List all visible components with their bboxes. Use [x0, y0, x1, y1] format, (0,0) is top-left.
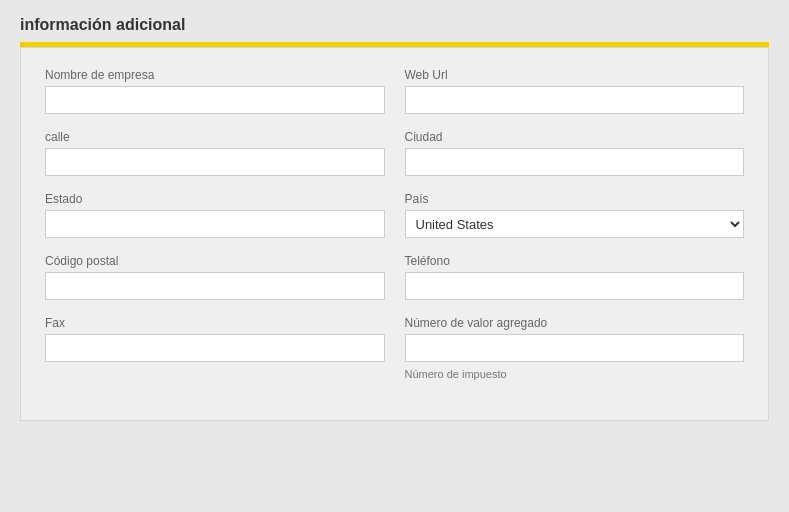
zip-input[interactable] [45, 272, 385, 300]
country-label: País [405, 192, 745, 206]
form-row-2: calle Ciudad [45, 130, 744, 176]
city-label: Ciudad [405, 130, 745, 144]
page-wrapper: información adicional Nombre de empresa … [0, 0, 789, 437]
form-row-3: Estado País United States Mexico Canada … [45, 192, 744, 238]
vat-label: Número de valor agregado [405, 316, 745, 330]
city-group: Ciudad [405, 130, 745, 176]
form-card: Nombre de empresa Web Url calle Ciudad E… [20, 47, 769, 421]
phone-group: Teléfono [405, 254, 745, 300]
city-input[interactable] [405, 148, 745, 176]
company-name-group: Nombre de empresa [45, 68, 385, 114]
company-name-input[interactable] [45, 86, 385, 114]
street-group: calle [45, 130, 385, 176]
vat-input[interactable] [405, 334, 745, 362]
country-select[interactable]: United States Mexico Canada Spain Other [405, 210, 745, 238]
tax-note: Número de impuesto [405, 368, 745, 380]
fax-label: Fax [45, 316, 385, 330]
phone-input[interactable] [405, 272, 745, 300]
form-row-4: Código postal Teléfono [45, 254, 744, 300]
form-row-5: Fax Número de valor agregado Número de i… [45, 316, 744, 380]
fax-input[interactable] [45, 334, 385, 362]
state-input[interactable] [45, 210, 385, 238]
form-row-1: Nombre de empresa Web Url [45, 68, 744, 114]
web-url-input[interactable] [405, 86, 745, 114]
company-name-label: Nombre de empresa [45, 68, 385, 82]
country-group: País United States Mexico Canada Spain O… [405, 192, 745, 238]
street-input[interactable] [45, 148, 385, 176]
fax-group: Fax [45, 316, 385, 380]
vat-group: Número de valor agregado Número de impue… [405, 316, 745, 380]
phone-label: Teléfono [405, 254, 745, 268]
web-url-label: Web Url [405, 68, 745, 82]
web-url-group: Web Url [405, 68, 745, 114]
street-label: calle [45, 130, 385, 144]
section-title: información adicional [20, 16, 769, 34]
zip-group: Código postal [45, 254, 385, 300]
state-label: Estado [45, 192, 385, 206]
state-group: Estado [45, 192, 385, 238]
zip-label: Código postal [45, 254, 385, 268]
